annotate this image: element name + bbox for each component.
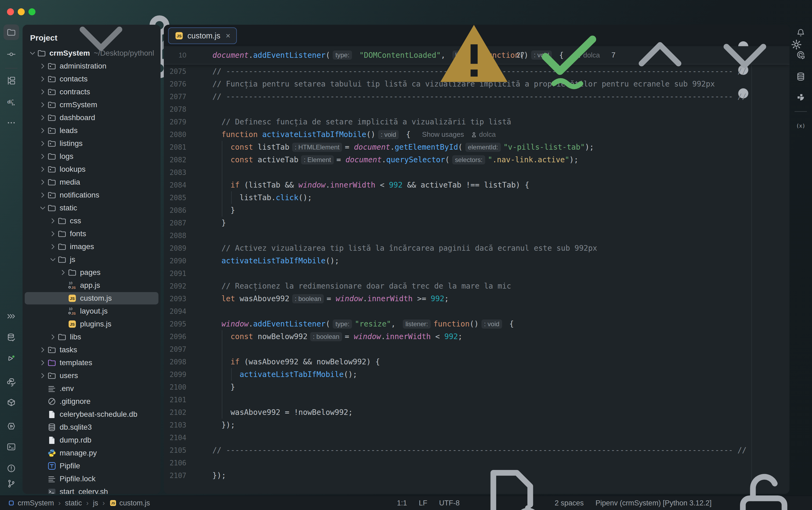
python-console-icon[interactable] (3, 374, 19, 390)
breadcrumb-crmsystem[interactable]: crmSystem (7, 499, 54, 507)
tree-item-images[interactable]: images (23, 240, 160, 253)
structure-icon[interactable] (3, 73, 19, 88)
tree-item-dump-rdb[interactable]: dump.rdb (23, 434, 160, 447)
zoom-window-button[interactable] (28, 8, 35, 15)
indent-widget[interactable]: 2 spaces (472, 463, 584, 510)
tree-item-lookups[interactable]: lookups (23, 163, 160, 176)
project-folder-icon[interactable] (3, 24, 19, 40)
chevron-right-icon[interactable] (38, 61, 47, 71)
code-line-2090[interactable]: 2090 activateListTabIfMobile(); (164, 254, 789, 267)
code-line-2082[interactable]: 2082 const activeTab: Element= document.… (164, 153, 789, 166)
chevron-right-icon[interactable] (48, 229, 57, 238)
chevron-right-icon[interactable] (48, 332, 57, 342)
code-line-2081[interactable]: 2081 const listTab: HTMLElement= documen… (164, 141, 789, 153)
tree-item-celerybeat-schedule-db[interactable]: celerybeat-schedule.db (23, 408, 160, 421)
variables-icon[interactable]: (x) (793, 118, 809, 134)
tree-item-notifications[interactable]: notifications (23, 189, 160, 201)
code-line-2079[interactable]: 2079 // Definesc funcția de setare impli… (164, 116, 789, 128)
commit-icon[interactable] (3, 47, 19, 62)
code-line-2084[interactable]: 2084 if (listTab && window.innerWidth < … (164, 179, 789, 191)
chevron-down-icon[interactable] (48, 255, 57, 264)
code-line-2094[interactable]: 2094 (164, 305, 789, 318)
code-line-2093[interactable]: 2093 let wasAbove992: boolean= window.in… (164, 292, 789, 305)
more-tools-icon[interactable] (3, 115, 19, 131)
code-line-2100[interactable]: 2100 } (164, 381, 789, 393)
code-line-2092[interactable]: 2092 // Reacționez la redimensionare doa… (164, 280, 789, 292)
database-check-icon[interactable] (3, 330, 19, 345)
chevron-right-icon[interactable] (38, 345, 47, 355)
python-packages-icon[interactable] (3, 395, 19, 410)
close-window-button[interactable] (7, 8, 14, 15)
inspections-widget[interactable]: 27 7 (434, 46, 785, 64)
tree-item-static[interactable]: static (23, 201, 160, 215)
tree-item-fonts[interactable]: fonts (23, 227, 160, 240)
code-line-2083[interactable]: 2083 (164, 166, 789, 179)
code-line-2095[interactable]: 2095 window.addEventListener(type:"resiz… (164, 318, 789, 330)
notifications-bell-icon[interactable] (793, 25, 809, 40)
code-line-2104[interactable]: 2104 (164, 431, 789, 444)
code-line-2085[interactable]: 2085 listTab.click(); (164, 191, 789, 204)
ai-assistant-icon[interactable] (793, 47, 809, 63)
breadcrumb-static[interactable]: static (65, 499, 82, 507)
chevron-right-icon[interactable] (38, 358, 47, 367)
tree-item-crmsystem[interactable]: crmSystem~/Desktop/pythonl (23, 47, 160, 60)
more-tool-windows-icon[interactable] (3, 309, 19, 324)
tree-item-contracts[interactable]: contracts (23, 85, 160, 98)
chevron-right-icon[interactable] (48, 242, 57, 251)
code-line-2098[interactable]: 2098 if (wasAbove992 && nowBelow992) { (164, 356, 789, 368)
tree-item-db-sqlite3[interactable]: db.sqlite3 (23, 421, 160, 434)
tree-item-plugins-js[interactable]: JSplugins.js (23, 318, 160, 331)
tree-item-listings[interactable]: listings (23, 137, 160, 150)
tree-item-layout-js[interactable]: 10JSlayout.js (23, 305, 160, 318)
tree-item-js[interactable]: js (23, 253, 160, 266)
prev-problem-icon[interactable] (620, 25, 700, 95)
caret-position-widget[interactable]: 1:1 (397, 499, 407, 507)
tree-item-dashboard[interactable]: dashboard (23, 111, 160, 124)
chevron-right-icon[interactable] (48, 216, 57, 225)
code-line-2088[interactable]: 2088 (164, 229, 789, 242)
tree-item-start-celery-sh[interactable]: start_celery.sh (23, 485, 160, 494)
tab-custom-js[interactable]: JS custom.js × (168, 27, 237, 44)
tree-item-pipfile-lock[interactable]: Pipfile.lock (23, 472, 160, 485)
code-line-2091[interactable]: 2091 (164, 267, 789, 280)
interpreter-widget[interactable]: Pipenv (crmSystem) [Python 3.12.2] (596, 499, 712, 507)
chevron-right-icon[interactable] (38, 139, 47, 148)
lock-open-icon[interactable] (723, 463, 804, 510)
code-line-2102[interactable]: 2102 wasAbove992 = !nowBelow992; (164, 406, 789, 419)
tree-item-pages[interactable]: pages (23, 266, 160, 279)
code-line-2078[interactable]: 2078 (164, 103, 789, 116)
tree-item-contacts[interactable]: contacts (23, 73, 160, 85)
chevron-right-icon[interactable] (38, 126, 47, 135)
chevron-right-icon[interactable] (38, 75, 47, 84)
terminal-icon[interactable] (3, 439, 19, 455)
tree-item-users[interactable]: users (23, 369, 160, 382)
tree-item-templates[interactable]: templates (23, 356, 160, 369)
chevron-down-icon[interactable] (38, 203, 47, 213)
code-line-2103[interactable]: 2103 }); (164, 419, 789, 431)
chevron-down-icon[interactable] (28, 49, 37, 58)
chevron-right-icon[interactable] (38, 165, 47, 174)
tree-item-crmsystem[interactable]: crmSystem (23, 98, 160, 111)
chevron-right-icon[interactable] (59, 268, 68, 277)
code-line-2080[interactable]: 2080 function activateListTabIfMobile():… (164, 128, 789, 141)
tree-item-pipfile[interactable]: Pipfile (23, 459, 160, 472)
chevron-right-icon[interactable] (38, 100, 47, 109)
code-line-2101[interactable]: 2101 (164, 393, 789, 406)
code-line-2086[interactable]: 2086 } (164, 204, 789, 217)
code-line-2089[interactable]: 2089 // Activez vizualizarea tip listă l… (164, 242, 789, 254)
tree-item-app-js[interactable]: 10JSapp.js (23, 279, 160, 292)
tree-item-leads[interactable]: leads (23, 124, 160, 137)
chevron-right-icon[interactable] (38, 371, 47, 380)
tree-item-css[interactable]: css (23, 215, 160, 227)
tree-item-manage-py[interactable]: manage.py (23, 447, 160, 459)
tree-item-media[interactable]: media (23, 176, 160, 189)
code-line-2105[interactable]: 2105// ---------------------------------… (164, 444, 789, 456)
next-problem-icon[interactable] (704, 25, 785, 95)
tree-item-libs[interactable]: libs (23, 331, 160, 343)
chevron-right-icon[interactable] (38, 152, 47, 161)
code-area[interactable]: 2075// ---------------------------------… (164, 65, 789, 494)
close-tab-icon[interactable]: × (225, 31, 231, 40)
problems-icon[interactable] (3, 460, 19, 476)
django-structure-icon[interactable]: di (3, 94, 19, 110)
tree-item-tasks[interactable]: tasks (23, 343, 160, 356)
